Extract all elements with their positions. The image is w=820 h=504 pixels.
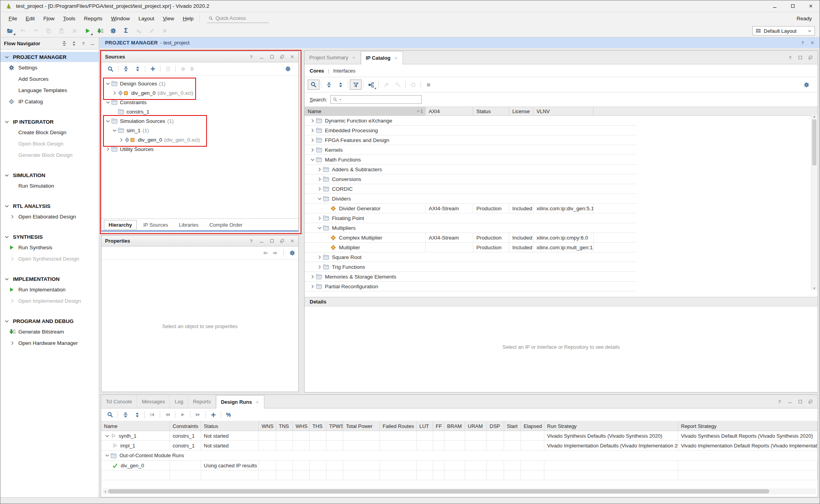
source-tree-item-Design Sources[interactable]: Design Sources(1): [102, 79, 298, 88]
column-header-status[interactable]: Status: [201, 421, 259, 431]
ip-catalog-search-input[interactable]: [330, 95, 422, 104]
ip-row-divider-generator[interactable]: Divider GeneratorAXI4-StreamProductionIn…: [305, 204, 636, 213]
flow-section-header-synthesis[interactable]: SYNTHESIS: [0, 232, 99, 242]
flow-item-open-elaborated-design[interactable]: Open Elaborated Design: [0, 211, 99, 222]
scroll-down-icon[interactable]: ▼: [813, 287, 816, 290]
flow-section-header-ip-integrator[interactable]: IP INTEGRATOR: [0, 117, 99, 127]
tab-ip-sources[interactable]: IP Sources: [139, 220, 172, 229]
category-row-adders-&-subtracters[interactable]: Adders & Subtracters: [305, 165, 636, 174]
source-tree-item-constrs_1[interactable]: constrs_1: [102, 107, 298, 116]
sources-minimize-icon[interactable]: [259, 54, 264, 60]
expander-right-icon[interactable]: [118, 137, 125, 142]
properties-float-icon[interactable]: [280, 238, 285, 244]
runs-help-icon[interactable]: ?: [777, 399, 782, 404]
run-play-dropdown-caret[interactable]: [91, 33, 93, 35]
column-header-total-power[interactable]: Total Power: [343, 421, 380, 431]
source-tree-item-sim_1[interactable]: sim_1(1): [102, 126, 298, 135]
open-folder-dropdown-caret[interactable]: [13, 33, 15, 35]
layout-selector[interactable]: Default Layout: [752, 26, 815, 35]
vertical-scrollbar[interactable]: ▲ ▼: [811, 115, 817, 290]
expander-right-icon[interactable]: [309, 147, 316, 153]
search-button[interactable]: [104, 410, 116, 420]
gear-button[interactable]: [800, 80, 812, 90]
menu-window[interactable]: Window: [107, 14, 134, 23]
view-cores[interactable]: Cores: [310, 68, 324, 74]
percent-button[interactable]: %: [223, 410, 234, 420]
column-header-report-strategy[interactable]: Report Strategy: [678, 421, 818, 431]
column-header-whs[interactable]: WHS: [293, 421, 310, 431]
flow-item-generate-bitstream[interactable]: 0110Generate Bitstream: [0, 326, 99, 337]
sources-maximize-icon[interactable]: [269, 54, 275, 60]
gear-icon[interactable]: [289, 250, 295, 256]
expander-right-icon[interactable]: [316, 216, 323, 221]
menu-file[interactable]: File: [4, 14, 21, 23]
column-header-failed-routes[interactable]: Failed Routes: [380, 421, 417, 431]
ip-row-complex-multiplier[interactable]: Complex MultiplierAXI4-StreamProductionI…: [305, 233, 636, 243]
run-row-impl_1[interactable]: impl_1constrs_1Not startedVivado Impleme…: [101, 441, 818, 451]
source-tree-item-Constraints[interactable]: Constraints: [102, 98, 298, 107]
flow-section-header-project-manager[interactable]: PROJECT MANAGER: [0, 52, 99, 62]
column-header-vlnv[interactable]: VLNV: [533, 107, 594, 115]
category-row-cordic[interactable]: CORDIC: [305, 184, 636, 194]
tab-messages[interactable]: Messages: [137, 395, 170, 408]
run-row-div_gen_0[interactable]: div_gen_0Using cached IP results: [101, 461, 818, 470]
column-header-ff[interactable]: FF: [433, 421, 444, 431]
column-header-name[interactable]: Name1: [305, 107, 426, 115]
settings-gear-button[interactable]: [107, 26, 119, 36]
menu-edit[interactable]: Edit: [21, 14, 39, 23]
category-row-dividers[interactable]: Dividers: [305, 194, 636, 204]
window-close-button[interactable]: [802, 0, 820, 12]
sources-close-icon[interactable]: [290, 54, 295, 60]
expand-all-button[interactable]: [132, 64, 143, 74]
column-header-status[interactable]: Status: [473, 107, 509, 115]
ip-row-multiplier[interactable]: MultiplierProductionIncludedxilinx.com:i…: [305, 243, 636, 252]
add-button[interactable]: [147, 64, 159, 74]
category-row-trig-functions[interactable]: Trig Functions: [305, 262, 636, 272]
arrow-right-icon[interactable]: [272, 250, 278, 256]
flow-item-open-hardware-manager[interactable]: Open Hardware Manager: [0, 337, 99, 349]
column-header-constraints[interactable]: Constraints: [170, 421, 201, 431]
expander-down-icon[interactable]: [309, 157, 316, 162]
category-row-square-root[interactable]: Square Root: [305, 252, 636, 262]
flow-section-header-simulation[interactable]: SIMULATION: [0, 170, 99, 180]
workspace-help-icon[interactable]: ?: [788, 55, 793, 60]
category-row-multipliers[interactable]: Multipliers: [305, 223, 636, 233]
expander-right-icon[interactable]: [316, 255, 323, 260]
horizontal-scrollbar[interactable]: ‹: [103, 488, 816, 494]
menu-reports[interactable]: Reports: [80, 14, 107, 23]
column-header-start[interactable]: Start: [504, 421, 521, 431]
tab-libraries[interactable]: Libraries: [175, 220, 203, 229]
expander-down-icon[interactable]: [103, 453, 111, 458]
column-header-name[interactable]: Name: [101, 421, 170, 431]
source-tree-item-Simulation Sources[interactable]: Simulation Sources(1): [102, 116, 298, 126]
column-header-uram[interactable]: URAM: [465, 421, 487, 431]
category-row-floating-point[interactable]: Floating Point: [305, 213, 636, 223]
search-button[interactable]: [105, 64, 116, 74]
flow-item-settings[interactable]: Settings: [0, 62, 99, 73]
expander-right-icon[interactable]: [309, 128, 316, 133]
flow-item-language-templates[interactable]: Language Templates: [0, 85, 99, 96]
properties-maximize-icon[interactable]: [269, 238, 275, 244]
category-row-dynamic-function-exchange[interactable]: Dynamic Function eXchange: [305, 116, 636, 126]
expander-right-icon[interactable]: [309, 138, 316, 143]
close-icon[interactable]: [394, 56, 398, 60]
source-tree-item-div_gen_0[interactable]: div_gen_0(div_gen_0.xci): [102, 88, 298, 98]
collapse-all-button[interactable]: [323, 80, 335, 90]
view-interfaces[interactable]: Interfaces: [333, 68, 355, 74]
flow-item-create-block-design[interactable]: Create Block Design: [0, 127, 99, 138]
window-minimize-button[interactable]: [766, 0, 784, 12]
expander-right-icon[interactable]: [309, 274, 316, 279]
hierarchy-button[interactable]: [365, 80, 377, 90]
flow-item-run-synthesis[interactable]: Run Synthesis: [0, 242, 99, 253]
expander-down-icon[interactable]: [111, 128, 118, 133]
flow-navigator-minimize-icon[interactable]: [90, 41, 95, 46]
tab-tcl-console[interactable]: Tcl Console: [101, 395, 137, 408]
column-header-tns[interactable]: TNS: [276, 421, 293, 431]
properties-help-icon[interactable]: ?: [249, 238, 254, 244]
tab-compile-order[interactable]: Compile Order: [205, 220, 247, 229]
category-row-fpga-features-and-design[interactable]: FPGA Features and Design: [305, 135, 636, 145]
expand-all-button[interactable]: [131, 410, 143, 420]
runs-float-icon[interactable]: [808, 399, 813, 404]
category-row-partial-reconfiguration[interactable]: Partial Reconfiguration: [305, 282, 636, 291]
banner-close-icon[interactable]: [810, 40, 815, 45]
